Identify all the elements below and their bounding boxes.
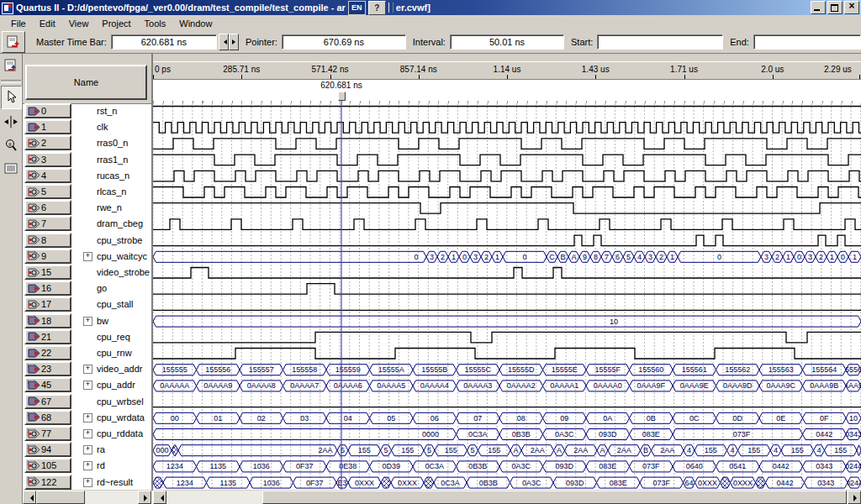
signal-id-cell[interactable]: 68: [24, 410, 71, 425]
scroll-left-icon[interactable]: [23, 491, 36, 504]
signal-row-video_addr[interactable]: 23video_addr: [23, 361, 151, 377]
signal-name[interactable]: rlcas_n: [97, 186, 126, 197]
report-button[interactable]: [2, 31, 25, 53]
signal-name[interactable]: cpu_stall: [97, 299, 133, 309]
signal-name[interactable]: video_addr: [97, 364, 142, 374]
signal-row-ra[interactable]: 94ra: [23, 442, 151, 458]
export-button[interactable]: [1, 55, 20, 77]
expand-plus-icon[interactable]: [83, 478, 92, 487]
signal-name[interactable]: cpu_rnw: [97, 348, 132, 358]
master-time-next-button[interactable]: [229, 34, 239, 50]
signal-name[interactable]: rd: [97, 460, 105, 470]
marker-band[interactable]: 620.681 ns: [153, 80, 861, 103]
names-scrollbar[interactable]: [23, 490, 151, 504]
signal-name[interactable]: rucas_n: [97, 171, 129, 181]
signal-row-dram_cbeg[interactable]: 7dram_cbeg: [23, 216, 151, 232]
expand-plus-icon[interactable]: [83, 252, 92, 261]
signal-row-rwe_n[interactable]: 6rwe_n: [23, 200, 151, 216]
signal-row-rlcas_n[interactable]: 5rlcas_n: [23, 184, 151, 200]
menu-view[interactable]: View: [62, 17, 96, 30]
signal-row-cpu_strobe[interactable]: 8cpu_strobe: [23, 233, 151, 249]
scroll-right-icon[interactable]: [848, 491, 861, 504]
signal-id-cell[interactable]: 3: [24, 152, 71, 167]
signal-name[interactable]: cpu_wrdata: [97, 412, 145, 423]
start-field[interactable]: [597, 34, 723, 50]
expand-plus-icon[interactable]: [83, 317, 92, 326]
signal-row-rras0_n[interactable]: 2rras0_n: [23, 135, 151, 151]
signal-row-rst_n[interactable]: 0rst_n: [23, 103, 151, 119]
time-ruler[interactable]: 0 ps285.71 ns571.42 ns857.14 ns1.14 us1.…: [153, 61, 861, 80]
signal-name[interactable]: go: [97, 283, 107, 293]
signal-id-cell[interactable]: 45: [24, 377, 71, 392]
expand-plus-icon[interactable]: [83, 381, 92, 390]
signal-row-cpu_wrdata[interactable]: 68cpu_wrdata: [23, 410, 151, 426]
signal-row-rucas_n[interactable]: 4rucas_n: [23, 168, 151, 184]
signal-id-cell[interactable]: 67: [24, 394, 71, 409]
language-badge[interactable]: EN: [348, 1, 366, 15]
scroll-right-icon[interactable]: [138, 491, 151, 504]
signal-row-bw[interactable]: 18bw: [23, 313, 151, 329]
signal-name[interactable]: cpu_wrbsel: [97, 396, 144, 407]
signal-id-cell[interactable]: 105: [24, 458, 71, 473]
cursor-handle[interactable]: [338, 92, 346, 101]
expand-plus-icon[interactable]: [83, 365, 92, 374]
signal-id-cell[interactable]: 0: [24, 103, 71, 118]
signal-id-cell[interactable]: 21: [24, 329, 71, 344]
close-button[interactable]: [844, 1, 859, 14]
menu-file[interactable]: File: [4, 17, 33, 30]
end-field[interactable]: [753, 34, 861, 50]
signal-row-rd[interactable]: 105rd: [23, 458, 151, 474]
wave-scrollbar[interactable]: [153, 490, 861, 504]
signal-row-rd~result[interactable]: 122rd~result: [23, 475, 151, 491]
signal-id-cell[interactable]: 22: [24, 345, 71, 360]
signal-row-cpu_req[interactable]: 21cpu_req: [23, 329, 151, 345]
signal-id-cell[interactable]: 5: [24, 184, 71, 199]
signal-name[interactable]: rst_n: [97, 106, 117, 116]
signal-row-cpu_rnw[interactable]: 22cpu_rnw: [23, 345, 151, 361]
signal-id-cell[interactable]: 8: [24, 233, 71, 248]
signal-name[interactable]: rwe_n: [97, 202, 122, 213]
expand-plus-icon[interactable]: [83, 429, 92, 438]
menu-project[interactable]: Project: [95, 17, 137, 30]
signal-id-cell[interactable]: 122: [24, 475, 71, 490]
signal-name[interactable]: rras1_n: [97, 155, 128, 165]
master-time-field[interactable]: 620.681 ns: [111, 34, 217, 50]
fit-view-button[interactable]: [1, 111, 20, 133]
help-button[interactable]: [368, 1, 386, 15]
toolbar-grip[interactable]: [388, 3, 394, 13]
master-time-prev-button[interactable]: [219, 34, 229, 50]
signal-id-cell[interactable]: 77: [24, 426, 71, 441]
signal-name[interactable]: bw: [97, 316, 108, 326]
signal-id-cell[interactable]: 17: [24, 297, 71, 312]
signal-row-cpu_stall[interactable]: 17cpu_stall: [23, 297, 151, 312]
waveform-canvas[interactable]: 032103210CBA9876543210321032101101555551…: [153, 103, 861, 491]
expand-plus-icon[interactable]: [83, 445, 92, 454]
menu-edit[interactable]: Edit: [33, 17, 62, 30]
signal-name[interactable]: cpu_addr: [97, 380, 135, 390]
signal-row-cpu_addr[interactable]: 45cpu_addr: [23, 377, 151, 393]
signal-row-cpu_waitcyc[interactable]: 9cpu_waitcyc: [23, 249, 151, 265]
signal-id-cell[interactable]: 16: [24, 281, 71, 296]
menu-tools[interactable]: Tools: [138, 17, 173, 30]
signal-row-cpu_wrbsel[interactable]: 67cpu_wrbsel: [23, 394, 151, 410]
scroll-left-icon[interactable]: [153, 491, 166, 504]
signal-name[interactable]: cpu_strobe: [97, 235, 142, 245]
signal-id-cell[interactable]: 23: [24, 361, 71, 376]
signal-id-cell[interactable]: 7: [24, 216, 71, 231]
signal-id-cell[interactable]: 4: [24, 168, 71, 183]
signal-row-go[interactable]: 16go: [23, 281, 151, 297]
signal-name[interactable]: cpu_req: [97, 332, 130, 342]
expand-plus-icon[interactable]: [83, 461, 92, 470]
signal-name[interactable]: rras0_n: [97, 138, 128, 148]
minimize-button[interactable]: [811, 1, 826, 14]
signal-name[interactable]: clk: [97, 122, 108, 132]
signal-id-cell[interactable]: 2: [24, 135, 71, 150]
signal-name[interactable]: rd~result: [97, 477, 133, 487]
signal-row-rras1_n[interactable]: 3rras1_n: [23, 152, 151, 168]
pointer-tool-button[interactable]: [1, 86, 22, 109]
signal-id-cell[interactable]: 15: [24, 265, 71, 280]
names-scroll-thumb[interactable]: [36, 491, 85, 504]
expand-plus-icon[interactable]: [83, 413, 92, 423]
signal-id-cell[interactable]: 94: [24, 442, 71, 457]
signal-row-video_strobe[interactable]: 15video_strobe: [23, 265, 151, 281]
